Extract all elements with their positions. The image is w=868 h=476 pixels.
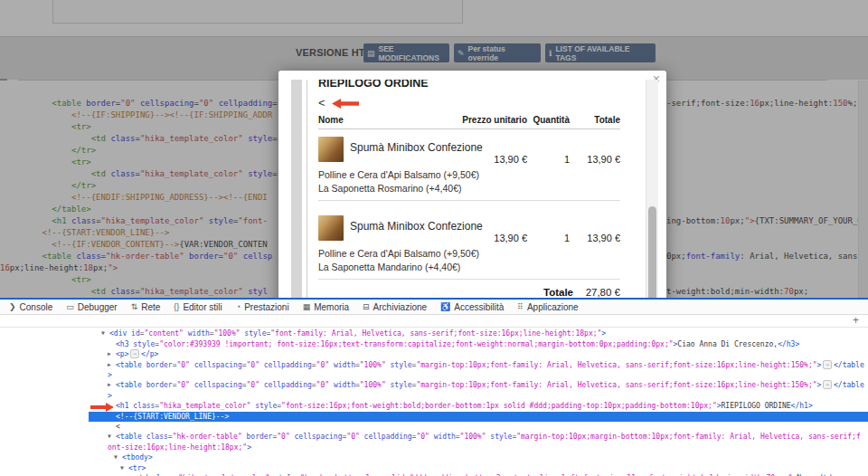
add-node-button[interactable]: + [853, 314, 859, 327]
accessibilità-icon: ♿ [440, 302, 450, 311]
expand-closed-icon[interactable]: ▶ [108, 360, 116, 370]
col-header-quantita: Quantità [533, 115, 570, 125]
stray-character: < [318, 96, 326, 109]
app-window: VERSIONE HTML ▤SEE MODIFICATIONS✎Per sta… [0, 0, 868, 476]
scrollbar-thumb[interactable] [648, 206, 656, 310]
dom-tree-row[interactable]: ▶<table border="0" cellspacing="0" cellp… [89, 380, 868, 401]
dom-tree-row[interactable]: ▼<tbody> [89, 452, 868, 462]
code-token: </h1> [791, 402, 813, 410]
tab-label: Console [20, 302, 53, 312]
col-header-totale: Totale [594, 115, 620, 125]
tab-debugger[interactable]: ▭Debugger [66, 302, 117, 312]
code-token: <h3 [116, 340, 128, 348]
order-total-label: Totale [543, 287, 573, 298]
dom-tree-row[interactable]: ▼<div id="content" width="100%" style="f… [89, 328, 868, 338]
tab-archiviazione[interactable]: ⊟Archiviazione [363, 302, 427, 312]
inspector-toolbar: + [0, 315, 868, 328]
code-token: cellpadding [259, 361, 312, 369]
code-token: "0" [247, 361, 259, 369]
expand-open-icon[interactable]: ▼ [101, 328, 109, 338]
collapsed-content-pill: ⋯ [130, 349, 139, 358]
product-name: Spumà Minibox Confezione [350, 141, 483, 154]
code-token: "0" [316, 361, 329, 369]
code-token: cellpadding [360, 433, 412, 441]
code-token: "color:#393939 !important; font-size:16p… [159, 340, 673, 348]
tab-label: Applicazione [527, 302, 579, 312]
code-token: "margin-top:10px;font-family: Arial, Hel… [416, 361, 816, 369]
code-token: <h1 [116, 402, 128, 410]
dom-tree-row[interactable]: <!--{START:VENDOR_LINE}--> [89, 412, 868, 422]
unit-price: 13,90 € [494, 233, 527, 243]
code-token: <!--{START:VENDOR_LINE}--> [116, 413, 229, 421]
code-token: cellspacing [190, 381, 242, 389]
expand-open-icon[interactable]: ▼ [114, 452, 122, 462]
code-token: "100%" [360, 361, 386, 369]
col-header-prezzo-unitario: Prezzo unitario [462, 115, 527, 125]
code-token: "100%" [214, 329, 241, 338]
dom-tree-row[interactable]: <h1 class="hika_template_color" style="f… [89, 401, 868, 411]
collapsed-content-pill: ⋯ [823, 360, 832, 369]
code-token: > [247, 443, 251, 452]
applicazione-icon: ⠿ [517, 302, 524, 311]
code-token: border [142, 381, 173, 389]
quantity: 1 [564, 154, 570, 165]
code-token: "hk-order-table" [173, 433, 242, 441]
tab-rete[interactable]: ⇅Rete [131, 302, 161, 312]
tab-label: Memoria [314, 302, 349, 312]
tab-memoria[interactable]: ▦Memoria [303, 302, 349, 312]
dom-tree-row[interactable]: <h3 style="color:#393939 !important; fon… [89, 339, 868, 349]
tab-accessibilità[interactable]: ♿Accessibilità [440, 302, 504, 312]
memoria-icon: ▦ [303, 302, 311, 311]
expand-closed-icon[interactable]: ▶ [108, 349, 116, 359]
code-token: Ciao Anna Di Crescenzo, [677, 340, 778, 348]
header-rule [318, 129, 620, 129]
dom-tree-row[interactable]: ▼<tr> [89, 463, 868, 473]
dom-tree-row[interactable]: ▼<table class="hk-order-table" border="0… [89, 432, 868, 452]
code-token: "font-family: Arial, Helvetica, sans-ser… [270, 329, 601, 338]
row-divider [318, 200, 620, 201]
col-header-nome: Nome [318, 115, 344, 125]
expand-open-icon[interactable]: ▼ [108, 432, 116, 442]
dom-tree-row[interactable]: ▶<p>⋯</p> [89, 349, 868, 359]
code-token: width [329, 361, 355, 369]
prestazioni-icon: ◔ [236, 302, 241, 311]
quantity: 1 [564, 233, 570, 243]
code-token: <div [109, 329, 127, 338]
tab-prestazioni[interactable]: ◔Prestazioni [236, 302, 289, 312]
code-token: <table [116, 361, 142, 369]
code-token: style [250, 402, 277, 410]
order-total-value: 27,80 € [586, 287, 620, 298]
code-token: "hika_template_color" [159, 402, 250, 410]
code-token: > [817, 361, 822, 369]
code-token: > [817, 381, 822, 389]
tab-label: Rete [141, 302, 160, 312]
order-summary-title: RIEPILOGO ORDINE [318, 80, 429, 90]
code-token: "content" [145, 329, 184, 338]
rete-icon: ⇅ [131, 302, 138, 311]
code-token: cellpadding [259, 381, 312, 389]
expand-closed-icon[interactable]: ▶ [108, 380, 116, 390]
code-token: <table [116, 433, 142, 441]
tab-console[interactable]: ❯Console [9, 302, 52, 312]
dom-tree-row[interactable]: < [89, 422, 868, 432]
code-token: "margin-top:10px;font-family: Arial, Hel… [416, 381, 816, 389]
expand-open-icon[interactable]: ▼ [120, 463, 128, 473]
code-token: <p> [116, 350, 128, 358]
code-token: border [142, 361, 173, 369]
code-token: "0" [277, 433, 289, 441]
code-token: id [127, 329, 139, 338]
product-option: La Saponetta Rosmarino (+4,40€) [318, 183, 461, 194]
tab-applicazione[interactable]: ⠿Applicazione [517, 302, 578, 312]
product-name: Spumà Minibox Confezione [350, 220, 483, 233]
code-token: "font-size:16px;font-weight:bold;border-… [281, 402, 717, 410]
line-total: 13,90 € [587, 233, 620, 243]
code-token: "0" [316, 381, 329, 389]
collapsed-content-pill: ⋯ [823, 380, 832, 389]
code-token: "0" [346, 433, 359, 441]
dom-tree-row[interactable]: ▶<table border="0" cellspacing="0" cellp… [89, 360, 868, 381]
devtools-panel: ❯Console▭Debugger⇅Rete{}Editor stili◔Pre… [0, 298, 868, 476]
code-token: "0" [176, 381, 189, 389]
tab-editor-stili[interactable]: {}Editor stili [174, 302, 222, 312]
code-token: < [116, 423, 120, 431]
tab-label: Prestazioni [244, 302, 288, 312]
